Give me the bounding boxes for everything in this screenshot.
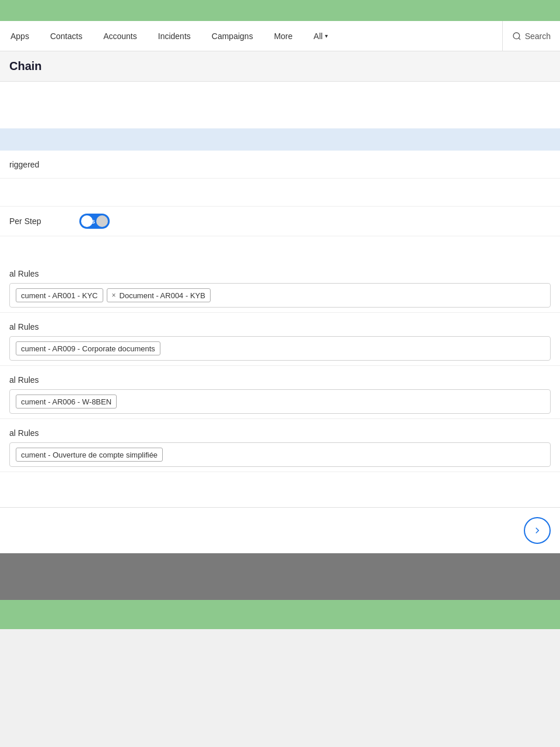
nav-contacts[interactable]: Contacts <box>40 21 93 51</box>
nav-all[interactable]: All ▾ <box>303 21 339 51</box>
toggle-yes-label: Yes <box>84 218 95 225</box>
nav-incidents[interactable]: Incidents <box>148 21 201 51</box>
tag-ouverture: cument - Ouverture de compte simplifiée <box>16 448 163 462</box>
rules-section-4: al Rules cument - Ouverture de compte si… <box>0 419 560 472</box>
rules-section-3: al Rules cument - AR006 - W-8BEN <box>0 366 560 419</box>
search-label: Search <box>525 32 551 41</box>
svg-point-0 <box>513 33 520 39</box>
tag-ar009-text: cument - AR009 - Corporate documents <box>21 344 155 353</box>
rules-tags-container-1[interactable]: cument - AR001 - KYC × Document - AR004 … <box>9 283 551 308</box>
toggle-container: Yes <box>79 214 110 229</box>
rules-label-4: al Rules <box>9 428 551 438</box>
per-step-toggle[interactable]: Yes <box>79 214 110 229</box>
triggered-label: riggered <box>9 160 79 169</box>
bottom-green-bar <box>0 600 560 629</box>
tag-ar001: cument - AR001 - KYC <box>16 288 103 302</box>
tag-ar004-remove[interactable]: × <box>112 291 116 299</box>
nav-more[interactable]: More <box>264 21 303 51</box>
highlight-row <box>0 128 560 151</box>
tag-ar006-text: cument - AR006 - W-8BEN <box>21 397 111 406</box>
tag-ar004-text: Document - AR004 - KYB <box>120 291 205 300</box>
svg-line-1 <box>519 38 520 40</box>
navigation-bar: Apps Contacts Accounts Incidents Campaig… <box>0 21 560 51</box>
rules-section-1: al Rules cument - AR001 - KYC × Document… <box>0 260 560 313</box>
rules-tags-container-2[interactable]: cument - AR009 - Corporate documents <box>9 336 551 361</box>
tag-ouverture-text: cument - Ouverture de compte simplifiée <box>21 451 158 459</box>
search-button[interactable]: Search <box>502 21 560 51</box>
search-icon <box>512 32 522 41</box>
tag-ar001-text: cument - AR001 - KYC <box>21 291 98 300</box>
footer-dark-bar <box>0 553 560 600</box>
top-green-bar <box>0 0 560 21</box>
rules-label-2: al Rules <box>9 322 551 331</box>
bottom-action-area <box>0 507 560 553</box>
per-step-field-row: Per Step Yes <box>0 207 560 236</box>
toggle-knob <box>96 215 108 227</box>
chevron-down-icon: ▾ <box>325 33 328 39</box>
tag-ar009: cument - AR009 - Corporate documents <box>16 341 160 355</box>
nav-campaigns[interactable]: Campaigns <box>201 21 264 51</box>
content-area: riggered Per Step Yes al Rules cument - … <box>0 82 560 553</box>
rules-section-2: al Rules cument - AR009 - Corporate docu… <box>0 313 560 366</box>
top-spacer <box>0 82 560 105</box>
mid-spacer <box>0 236 560 260</box>
empty-field-row <box>0 179 560 207</box>
action-icon <box>532 525 542 536</box>
nav-accounts[interactable]: Accounts <box>93 21 148 51</box>
nav-apps[interactable]: Apps <box>0 21 40 51</box>
action-circle-button[interactable] <box>524 517 551 544</box>
rules-label-1: al Rules <box>9 269 551 278</box>
tag-ar004: × Document - AR004 - KYB <box>107 288 211 302</box>
page-title-bar: Chain <box>0 51 560 82</box>
per-step-label: Per Step <box>9 217 79 226</box>
rules-tags-container-3[interactable]: cument - AR006 - W-8BEN <box>9 389 551 414</box>
bottom-spacer <box>0 472 560 507</box>
tag-ar006: cument - AR006 - W-8BEN <box>16 395 117 409</box>
rules-label-3: al Rules <box>9 375 551 385</box>
page-title: Chain <box>9 60 551 73</box>
rules-tags-container-4[interactable]: cument - Ouverture de compte simplifiée <box>9 442 551 467</box>
triggered-field-row: riggered <box>0 151 560 179</box>
